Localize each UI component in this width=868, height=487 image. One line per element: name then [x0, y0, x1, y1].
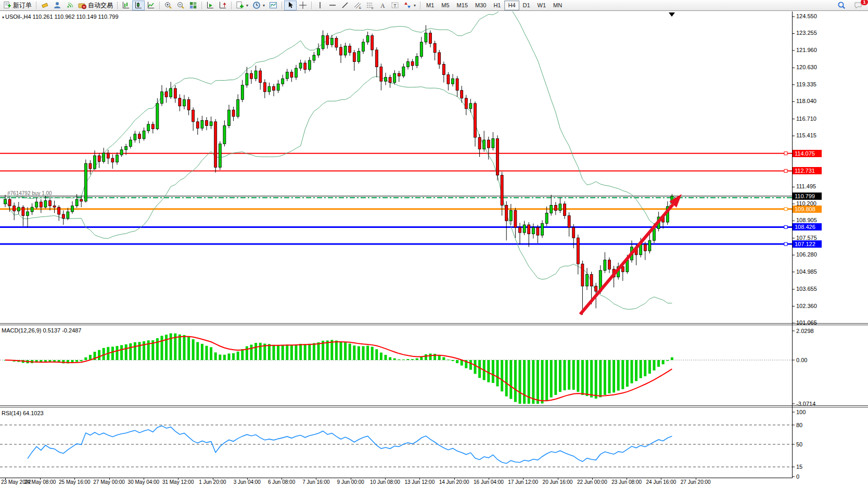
tf-button-M1[interactable]: M1 [423, 1, 438, 10]
macd-bar [595, 360, 597, 399]
macd-bar [165, 335, 168, 360]
candle [653, 229, 656, 241]
fibonacci-tool-button[interactable]: F [364, 1, 376, 10]
horizontal-line-tool-button[interactable] [326, 1, 339, 10]
time-label: 7 Jun 16:00 [302, 479, 329, 485]
candle [277, 84, 279, 91]
macd-bar [425, 354, 427, 360]
chart-shift-button[interactable] [216, 1, 229, 10]
templates-button[interactable] [267, 1, 279, 10]
arrows-tool-button[interactable]: ▾ [401, 1, 418, 10]
macd-pane[interactable] [0, 326, 868, 405]
text-icon: A [378, 1, 387, 9]
macd-bar [671, 357, 673, 360]
candle [425, 33, 427, 42]
bollinger-upper [5, 11, 672, 224]
tf-button-D1[interactable]: D1 [519, 1, 534, 10]
time-axis-tick [144, 478, 144, 480]
hline-handle [784, 169, 787, 172]
text-tool-button[interactable]: A [376, 1, 389, 10]
tf-button-M15[interactable]: M15 [453, 1, 471, 10]
expand-arrow-icon[interactable]: ▾ [2, 15, 4, 20]
candle [398, 73, 400, 76]
rsi-axis-label: 80 [796, 422, 802, 428]
macd-bar [612, 360, 615, 392]
main-chart-pane[interactable]: #7614792 buy 1.00 [0, 11, 868, 324]
rsi-pane[interactable] [0, 408, 868, 478]
candle [541, 224, 544, 236]
macd-bar [201, 344, 203, 360]
time-axis-tick [213, 478, 213, 480]
tf-button-H4[interactable]: H4 [504, 1, 519, 10]
pane-separator[interactable] [0, 323, 868, 325]
candle [143, 131, 145, 138]
pane-separator[interactable] [0, 405, 868, 407]
trendline-tool-button[interactable] [339, 1, 351, 10]
macd-bar [129, 343, 132, 360]
zoom-out-button[interactable] [174, 1, 187, 10]
tf-button-M30[interactable]: M30 [471, 1, 490, 10]
tile-windows-button[interactable] [187, 1, 199, 10]
community-button[interactable] [51, 1, 63, 10]
search-button[interactable] [835, 1, 848, 10]
tf-button-H1[interactable]: H1 [490, 1, 504, 10]
time-axis-tick [316, 478, 316, 480]
candlestick-chart-button[interactable] [132, 1, 145, 10]
new-order-button[interactable]: 新订单 [1, 1, 34, 10]
macd-bar [385, 355, 387, 360]
line-chart-button[interactable] [145, 1, 157, 10]
tf-button-MN[interactable]: MN [550, 1, 566, 10]
bar-chart-button[interactable] [120, 1, 132, 10]
time-axis-tick [696, 478, 696, 480]
macd-bar [577, 360, 579, 392]
new-order-label: 新订单 [13, 1, 32, 10]
candle [286, 72, 288, 79]
candle [335, 38, 338, 47]
autotrading-button[interactable]: 自动交易 [76, 1, 115, 10]
signals-icon [66, 1, 74, 9]
line-chart-icon [147, 1, 155, 9]
macd-bar [554, 360, 557, 395]
indicators-button[interactable]: ▾ [234, 1, 250, 10]
macd-bar [116, 346, 119, 360]
candle [487, 140, 490, 148]
chat-button[interactable]: 1 [852, 1, 865, 10]
macd-bar [653, 360, 656, 370]
macd-bar [75, 360, 78, 362]
dropdown-caret-icon: ▾ [246, 3, 248, 8]
tf-button-W1[interactable]: W1 [534, 1, 550, 10]
candle [326, 35, 329, 45]
channel-tool-button[interactable]: E [351, 1, 364, 10]
macd-bar [438, 355, 441, 360]
macd-bar [487, 360, 490, 382]
text-label-tool-button[interactable]: T [389, 1, 401, 10]
candle [31, 207, 33, 212]
signals-button[interactable] [63, 1, 76, 10]
candle [474, 104, 477, 137]
crosshair-tool-button[interactable] [297, 1, 309, 10]
candle [151, 124, 154, 129]
candle [554, 205, 557, 210]
hline-handle [784, 242, 787, 246]
tf-button-M5[interactable]: M5 [438, 1, 453, 10]
macd-bar [98, 350, 100, 360]
candle [366, 35, 369, 42]
candle [304, 63, 307, 70]
price-tick-label: 120.630 [796, 64, 817, 70]
macd-bar [648, 360, 651, 374]
macd-bar [282, 345, 284, 360]
metaeditor-button[interactable] [39, 1, 51, 10]
candle [344, 46, 347, 55]
macd-signal-line [5, 337, 672, 401]
mt4-window: 新订单 自动交易 ▾ ▾ [0, 0, 868, 487]
periods-button[interactable]: ▾ [250, 1, 267, 10]
candle [268, 86, 271, 92]
auto-scroll-icon [206, 1, 214, 9]
chart-shift-icon [219, 1, 227, 9]
vertical-line-tool-button[interactable] [314, 1, 326, 10]
macd-bar [371, 347, 374, 360]
cursor-tool-button[interactable] [284, 1, 297, 10]
auto-scroll-button[interactable] [204, 1, 216, 10]
zoom-in-button[interactable] [162, 1, 174, 10]
macd-bar [452, 360, 454, 361]
